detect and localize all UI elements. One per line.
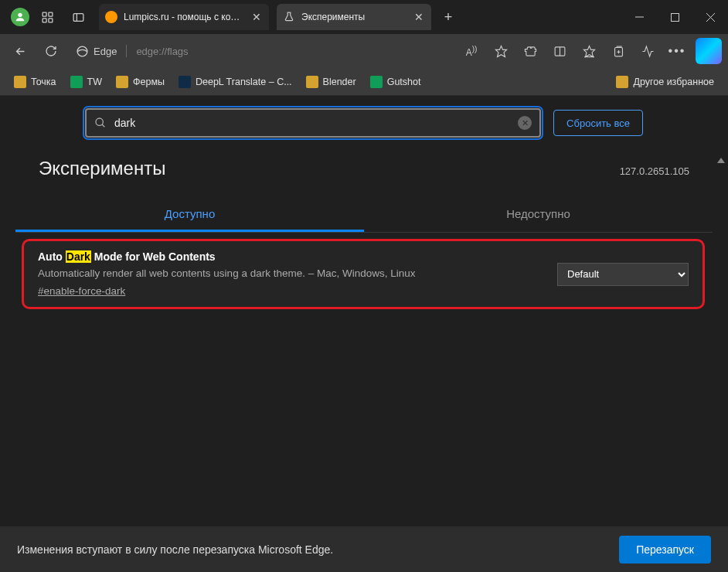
search-input[interactable] <box>114 117 510 129</box>
svg-rect-9 <box>671 13 679 21</box>
bookmark-label: Точка <box>31 77 56 87</box>
bookmark-item[interactable]: Blender <box>300 73 362 91</box>
folder-icon <box>616 76 628 88</box>
favorites-list-icon[interactable] <box>575 38 603 64</box>
flag-title-pre: Auto <box>38 250 66 263</box>
bookmark-item[interactable]: DeepL Translate – С... <box>172 73 298 91</box>
tab-title: Эксперименты <box>301 12 407 22</box>
search-icon <box>94 117 107 129</box>
bookmark-label: DeepL Translate – С... <box>196 77 292 87</box>
scroll-up-icon[interactable] <box>717 158 725 163</box>
url-text: edge://flags <box>136 46 188 57</box>
sheet-icon <box>370 76 383 88</box>
more-icon[interactable]: ••• <box>663 38 691 64</box>
folder-icon <box>14 76 26 88</box>
bookmark-label: Blender <box>323 77 356 87</box>
clear-icon[interactable]: ✕ <box>518 116 532 130</box>
svg-point-12 <box>77 46 87 56</box>
svg-rect-3 <box>43 18 46 22</box>
bookmark-item[interactable]: TW <box>64 73 108 91</box>
svg-marker-13 <box>495 46 506 56</box>
minimize-button[interactable] <box>621 2 657 32</box>
flag-select[interactable]: Default <box>557 263 689 286</box>
deepl-icon <box>179 76 191 88</box>
flag-title: Auto Dark Mode for Web Contents <box>38 250 545 263</box>
folder-icon <box>306 76 318 88</box>
titlebar-left: Lumpics.ru - помощь с компью… ✕ Эксперим… <box>6 4 461 30</box>
svg-line-23 <box>102 124 104 127</box>
page-title: Эксперименты <box>39 158 620 179</box>
folder-icon <box>116 76 128 88</box>
edge-label: Edge <box>94 46 117 57</box>
bookmark-item[interactable]: Фермы <box>110 73 171 91</box>
svg-marker-16 <box>583 46 594 56</box>
svg-rect-5 <box>73 13 83 21</box>
restart-button[interactable]: Перезапуск <box>619 536 711 563</box>
svg-rect-1 <box>43 12 46 16</box>
flag-anchor-link[interactable]: #enable-force-dark <box>38 285 125 297</box>
bookmark-label: Другое избранное <box>633 77 714 87</box>
search-box[interactable]: ✕ <box>85 108 541 138</box>
toolbar: Edge edge://flags A)) ••• <box>0 34 728 68</box>
version-text: 127.0.2651.105 <box>620 165 689 177</box>
collections-icon[interactable] <box>604 38 632 64</box>
maximize-button[interactable] <box>657 2 692 32</box>
svg-rect-4 <box>48 18 52 22</box>
workspaces-icon[interactable] <box>34 4 60 30</box>
performance-icon[interactable] <box>634 38 662 64</box>
flask-icon <box>283 11 295 23</box>
footer-bar: Изменения вступают в силу после перезапу… <box>0 526 728 572</box>
bookmark-item[interactable]: Точка <box>8 73 63 91</box>
profile-avatar[interactable] <box>11 8 29 26</box>
bookmark-label: Фермы <box>133 77 165 87</box>
edge-icon <box>76 45 89 58</box>
svg-point-22 <box>96 118 103 125</box>
address-bar[interactable]: Edge edge://flags <box>68 45 196 58</box>
separator <box>126 45 127 57</box>
refresh-button[interactable] <box>37 38 65 64</box>
extensions-icon[interactable] <box>516 38 544 64</box>
flag-card: Auto Dark Mode for Web Contents Automati… <box>22 239 705 309</box>
page-content: ✕ Сбросить все Эксперименты 127.0.2651.1… <box>0 96 728 526</box>
browser-tab-1[interactable]: Lumpics.ru - помощь с компью… ✕ <box>99 4 269 30</box>
footer-text: Изменения вступают в силу после перезапу… <box>17 543 619 556</box>
tab-unavailable[interactable]: Недоступно <box>364 198 713 232</box>
flag-title-post: Mode for Web Contents <box>91 250 216 263</box>
bookmark-label: TW <box>87 77 102 87</box>
close-icon[interactable]: ✕ <box>413 11 425 23</box>
split-icon[interactable] <box>546 38 573 64</box>
read-aloud-icon[interactable]: A)) <box>458 38 485 64</box>
svg-point-0 <box>18 13 22 17</box>
tab-available[interactable]: Доступно <box>15 198 364 232</box>
tab-favicon <box>105 11 117 23</box>
close-window-button[interactable] <box>692 2 728 32</box>
titlebar: Lumpics.ru - помощь с компью… ✕ Эксперим… <box>0 0 728 34</box>
close-icon[interactable]: ✕ <box>250 11 263 23</box>
back-button[interactable] <box>6 38 34 64</box>
sheet-icon <box>70 76 83 88</box>
search-row: ✕ Сбросить все <box>15 108 713 150</box>
tab-title: Lumpics.ru - помощь с компью… <box>124 12 244 22</box>
bookmark-label: Gutshot <box>387 77 421 87</box>
favorite-icon[interactable] <box>487 38 515 64</box>
bookmarks-bar: Точка TW Фермы DeepL Translate – С... Bl… <box>0 68 728 96</box>
tabs: Доступно Недоступно <box>15 198 713 233</box>
reset-all-button[interactable]: Сбросить все <box>553 110 643 136</box>
new-tab-button[interactable]: + <box>436 5 461 29</box>
flag-description: Automatically render all web contents us… <box>38 267 545 279</box>
svg-rect-2 <box>48 12 52 16</box>
bookmark-item[interactable]: Gutshot <box>364 73 427 91</box>
tab-actions-icon[interactable] <box>65 4 91 30</box>
flag-title-highlight: Dark <box>66 250 91 263</box>
flag-text: Auto Dark Mode for Web Contents Automati… <box>38 250 545 298</box>
other-bookmarks[interactable]: Другое избранное <box>610 73 720 91</box>
browser-tab-2[interactable]: Эксперименты ✕ <box>277 4 431 30</box>
window-controls <box>621 2 728 32</box>
toolbar-right: A)) ••• <box>458 38 722 64</box>
copilot-button[interactable] <box>696 38 722 64</box>
